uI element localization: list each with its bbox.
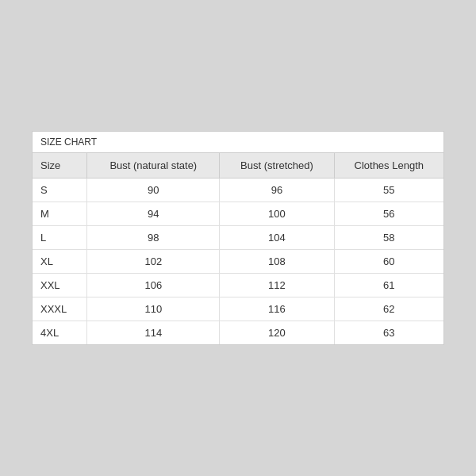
size-chart-table: Size Bust (natural state) Bust (stretche… (33, 153, 443, 344)
table-row: XXXL11011662 (33, 298, 443, 321)
cell-bust_stretched-1: 100 (220, 202, 334, 226)
cell-bust_natural-6: 114 (87, 321, 220, 345)
cell-bust_natural-1: 94 (87, 202, 220, 226)
col-header-bust-natural: Bust (natural state) (87, 153, 220, 178)
cell-size-3: XL (33, 250, 87, 274)
cell-bust_stretched-5: 116 (220, 298, 334, 321)
cell-clothes_length-1: 56 (334, 202, 443, 226)
cell-bust_natural-0: 90 (87, 178, 220, 202)
size-chart-container: SIZE CHART Size Bust (natural state) Bus… (32, 131, 444, 345)
col-header-clothes-length: Clothes Length (334, 153, 443, 178)
cell-bust_natural-5: 110 (87, 298, 220, 321)
cell-bust_stretched-4: 112 (220, 274, 334, 298)
cell-clothes_length-5: 62 (334, 298, 443, 321)
cell-clothes_length-3: 60 (334, 250, 443, 274)
cell-clothes_length-6: 63 (334, 321, 443, 345)
cell-bust_natural-4: 106 (87, 274, 220, 298)
table-row: 4XL11412063 (33, 321, 443, 345)
col-header-size: Size (33, 153, 87, 178)
table-row: XL10210860 (33, 250, 443, 274)
cell-bust_natural-3: 102 (87, 250, 220, 274)
cell-size-4: XXL (33, 274, 87, 298)
cell-clothes_length-4: 61 (334, 274, 443, 298)
table-row: L9810458 (33, 226, 443, 250)
cell-clothes_length-2: 58 (334, 226, 443, 250)
col-header-bust-stretched: Bust (stretched) (220, 153, 334, 178)
cell-bust_stretched-0: 96 (220, 178, 334, 202)
cell-bust_stretched-3: 108 (220, 250, 334, 274)
cell-clothes_length-0: 55 (334, 178, 443, 202)
cell-size-5: XXXL (33, 298, 87, 321)
table-row: M9410056 (33, 202, 443, 226)
cell-size-6: 4XL (33, 321, 87, 345)
cell-size-0: S (33, 178, 87, 202)
cell-bust_natural-2: 98 (87, 226, 220, 250)
table-row: XXL10611261 (33, 274, 443, 298)
cell-bust_stretched-6: 120 (220, 321, 334, 345)
table-row: S909655 (33, 178, 443, 202)
table-header-row: Size Bust (natural state) Bust (stretche… (33, 153, 443, 178)
size-chart-title: SIZE CHART (33, 132, 443, 153)
cell-bust_stretched-2: 104 (220, 226, 334, 250)
cell-size-1: M (33, 202, 87, 226)
cell-size-2: L (33, 226, 87, 250)
